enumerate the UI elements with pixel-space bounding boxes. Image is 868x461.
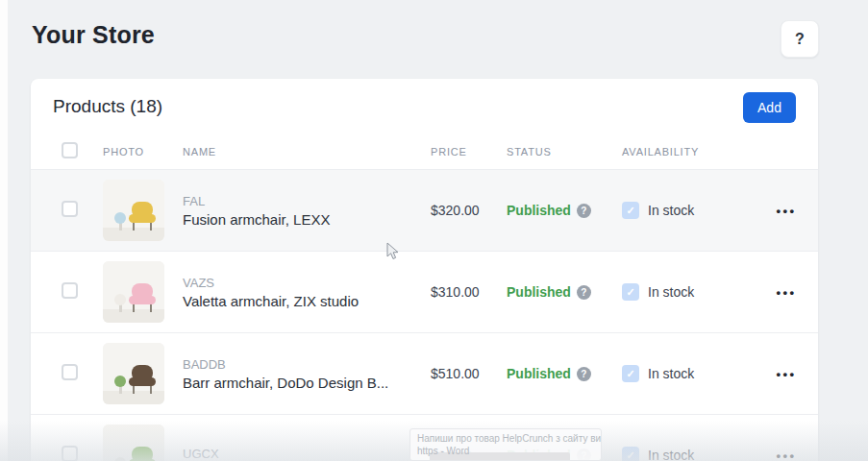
product-photo xyxy=(103,261,164,323)
product-price: $320.00 xyxy=(431,203,507,218)
availability-label: In stock xyxy=(648,366,694,381)
table-body: FAL Fusion armchair, LEXX $320.00 Publis… xyxy=(31,170,818,461)
page-title: Your Store xyxy=(32,21,155,49)
availability-label: In stock xyxy=(648,448,694,461)
table-row: BADDB Barr armchair, DoDo Design B... $5… xyxy=(31,333,818,415)
tooltip-line-2: https - Word xyxy=(417,445,594,457)
status-label: Published xyxy=(507,203,571,218)
help-button[interactable]: ? xyxy=(781,20,819,58)
table-header-row: PHOTO NAME PRICE STATUS AVAILABILITY xyxy=(31,134,818,170)
status-label: Published xyxy=(507,284,571,300)
product-code: UGCX xyxy=(183,447,431,461)
card-header: Products (18) Add xyxy=(31,79,818,134)
status-help-icon[interactable]: ? xyxy=(577,204,591,218)
column-header-status: STATUS xyxy=(507,146,622,158)
product-photo xyxy=(103,425,164,461)
row-select-checkbox[interactable] xyxy=(62,201,78,217)
row-select-checkbox[interactable] xyxy=(62,282,78,299)
status-help-icon[interactable]: ? xyxy=(577,367,591,381)
row-select-checkbox[interactable] xyxy=(62,364,78,380)
more-menu-icon[interactable]: ••• xyxy=(774,445,798,461)
product-price: $510.00 xyxy=(431,366,507,381)
table-row: VAZS Valetta armchair, ZIX studio $310.0… xyxy=(31,252,818,333)
taskbar-tooltip: Напиши про товар HelpCrunch з сайту виро… xyxy=(409,428,602,461)
status-label: Published xyxy=(507,366,571,381)
column-header-availability: AVAILABILITY xyxy=(622,146,755,158)
more-menu-icon[interactable]: ••• xyxy=(774,200,798,222)
in-stock-checkbox[interactable]: ✓ xyxy=(622,447,639,461)
in-stock-checkbox[interactable]: ✓ xyxy=(622,283,639,301)
column-header-photo: PHOTO xyxy=(103,146,183,158)
select-all-checkbox[interactable] xyxy=(62,142,78,158)
product-name: Fusion armchair, LEXX xyxy=(183,211,431,228)
column-header-price: PRICE xyxy=(431,146,507,158)
tooltip-line-1: Напиши про товар HelpCrunch з сайту виро… xyxy=(417,432,594,445)
window-edge xyxy=(0,0,8,461)
table-row: FAL Fusion armchair, LEXX $320.00 Publis… xyxy=(31,170,818,252)
armchair-illustration xyxy=(103,343,164,404)
product-photo xyxy=(103,180,164,241)
armchair-illustration xyxy=(103,180,164,241)
product-price: $310.00 xyxy=(431,284,507,300)
add-product-button[interactable]: Add xyxy=(743,92,796,123)
column-header-name: NAME xyxy=(183,146,431,158)
availability-label: In stock xyxy=(648,203,694,218)
product-code: FAL xyxy=(183,194,431,208)
product-name: Valetta armchair, ZIX studio xyxy=(183,293,431,309)
more-menu-icon[interactable]: ••• xyxy=(774,363,798,385)
in-stock-checkbox[interactable]: ✓ xyxy=(622,365,639,382)
more-menu-icon[interactable]: ••• xyxy=(774,281,798,303)
availability-label: In stock xyxy=(648,284,694,300)
armchair-illustration xyxy=(103,261,164,323)
in-stock-checkbox[interactable]: ✓ xyxy=(622,202,639,219)
product-photo xyxy=(103,343,164,404)
product-code: VAZS xyxy=(183,276,431,290)
product-name: Barr armchair, DoDo Design B... xyxy=(183,375,431,391)
product-code: BADDB xyxy=(183,357,431,372)
status-help-icon[interactable]: ? xyxy=(577,285,591,300)
armchair-illustration xyxy=(103,425,164,461)
mouse-cursor-icon xyxy=(386,242,400,261)
products-count-title: Products (18) xyxy=(53,96,162,117)
products-card: Products (18) Add PHOTO NAME PRICE STATU… xyxy=(31,79,818,461)
row-select-checkbox[interactable] xyxy=(62,446,78,461)
